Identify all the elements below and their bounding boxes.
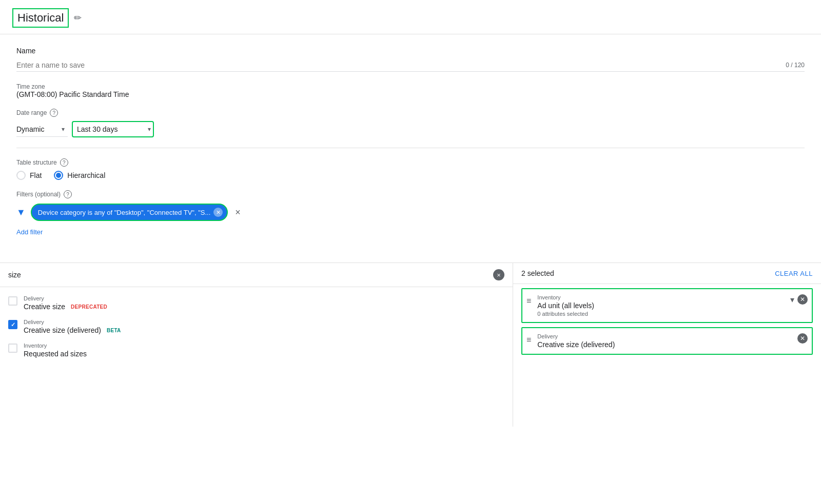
clear-all-button[interactable]: CLEAR ALL xyxy=(775,270,813,277)
dim-name-3: Requested ad sizes xyxy=(24,350,87,358)
char-count: 0 / 120 xyxy=(786,62,805,69)
list-item: Inventory Requested ad sizes xyxy=(8,338,504,362)
list-item: ✓ Delivery Creative size (delivered) BET… xyxy=(8,315,504,338)
hierarchical-radio-label: Hierarchical xyxy=(67,171,105,179)
table-structure-label: Table structure xyxy=(16,159,57,166)
date-range-section: Date range ? Dynamic Fixed ▾ Last 30 day… xyxy=(16,109,805,137)
list-item: Delivery Creative size DEPRECATED xyxy=(8,291,504,315)
selected-item-category-2: Delivery xyxy=(537,333,791,339)
dynamic-select-wrapper: Dynamic Fixed ▾ xyxy=(16,122,68,137)
page-container: Historical ✏ Name 0 / 120 Time zone (GMT… xyxy=(0,0,821,504)
dim-item-text-2: Delivery Creative size (delivered) BETA xyxy=(24,319,124,334)
selected-item-info-2: Delivery Creative size (delivered) xyxy=(537,333,791,349)
selected-count: 2 selected xyxy=(521,269,554,277)
name-label: Name xyxy=(16,47,805,55)
date-range-label-row: Date range ? xyxy=(16,109,805,117)
filters-label: Filters (optional) xyxy=(16,191,61,198)
divider-1 xyxy=(16,148,805,148)
dim-item-text-3: Inventory Requested ad sizes xyxy=(24,342,87,358)
selected-item-info-1: Inventory Ad unit (all levels) 0 attribu… xyxy=(537,294,784,317)
left-panel-clear-icon[interactable]: × xyxy=(493,269,504,280)
hierarchical-radio-outer xyxy=(54,171,63,180)
filters-label-row: Filters (optional) ? xyxy=(16,190,805,198)
page-title: Historical xyxy=(12,8,69,28)
left-panel-list: Delivery Creative size DEPRECATED ✓ xyxy=(0,287,513,427)
table-structure-radio-group: Flat Hierarchical xyxy=(16,171,805,180)
left-panel-search-label: size xyxy=(8,271,21,279)
left-panel-items: Delivery Creative size DEPRECATED ✓ xyxy=(0,287,513,427)
name-input[interactable] xyxy=(16,61,777,69)
left-panel-header: size × xyxy=(0,263,513,287)
beta-badge: BETA xyxy=(104,327,124,334)
flat-radio-outer xyxy=(16,171,26,180)
filter-delete-button[interactable]: × xyxy=(233,205,243,220)
timezone-label: Time zone xyxy=(16,83,45,90)
selected-item-actions-2: ✕ xyxy=(797,333,808,344)
flat-radio-option[interactable]: Flat xyxy=(16,171,42,180)
timezone-value: (GMT-08:00) Pacific Standard Time xyxy=(16,90,805,98)
hierarchical-radio-option[interactable]: Hierarchical xyxy=(54,171,105,180)
checkbox-creative-size-delivered[interactable]: ✓ xyxy=(8,320,17,329)
checkbox-requested-ad-sizes[interactable] xyxy=(8,344,17,353)
dim-category-2: Delivery xyxy=(24,319,124,325)
dynamic-select[interactable]: Dynamic Fixed xyxy=(16,122,68,137)
name-field-group: Name 0 / 120 xyxy=(16,47,805,72)
date-option-select[interactable]: Last 30 days Last 7 days Last 14 days La… xyxy=(72,121,154,137)
date-range-label: Date range xyxy=(16,109,47,116)
selected-item-creative-size: ≡ Delivery Creative size (delivered) ✕ xyxy=(521,327,813,355)
checkbox-creative-size[interactable] xyxy=(8,296,17,306)
hierarchical-radio-inner xyxy=(56,173,61,178)
dim-item-text-1: Delivery Creative size DEPRECATED xyxy=(24,295,110,311)
remove-ad-unit-button[interactable]: ✕ xyxy=(797,294,808,305)
checkmark-icon: ✓ xyxy=(11,321,15,328)
filters-section: Filters (optional) ? ▼ Device category i… xyxy=(16,190,805,238)
chevron-down-icon[interactable]: ▾ xyxy=(790,295,794,305)
date-range-help-icon[interactable]: ? xyxy=(50,109,58,117)
timezone-field-group: Time zone (GMT-08:00) Pacific Standard T… xyxy=(16,82,805,98)
filter-chip[interactable]: Device category is any of "Desktop", "Co… xyxy=(31,204,228,221)
dim-name-2: Creative size (delivered) BETA xyxy=(24,326,124,334)
selected-item-name-2: Creative size (delivered) xyxy=(537,340,791,349)
right-panel-header: 2 selected CLEAR ALL xyxy=(513,263,821,284)
date-range-selects: Dynamic Fixed ▾ Last 30 days Last 7 days… xyxy=(16,121,805,137)
right-panel: 2 selected CLEAR ALL ≡ Inventory Ad unit… xyxy=(513,263,821,427)
filter-row: ▼ Device category is any of "Desktop", "… xyxy=(16,204,805,221)
header: Historical ✏ xyxy=(0,0,821,34)
date-option-select-wrapper: Last 30 days Last 7 days Last 14 days La… xyxy=(72,121,154,137)
dim-name-1: Creative size DEPRECATED xyxy=(24,303,110,311)
left-panel: size × Delivery Creative size DEPRECATED xyxy=(0,263,513,427)
deprecated-badge: DEPRECATED xyxy=(68,304,110,310)
right-panel-items: ≡ Inventory Ad unit (all levels) 0 attri… xyxy=(513,284,821,359)
selected-item-name-1: Ad unit (all levels) xyxy=(537,301,784,310)
drag-handle-icon: ≡ xyxy=(526,294,531,306)
filters-help-icon[interactable]: ? xyxy=(64,190,72,198)
selected-item-ad-unit: ≡ Inventory Ad unit (all levels) 0 attri… xyxy=(521,288,813,323)
drag-handle-icon-2: ≡ xyxy=(526,333,531,345)
bottom-section: size × Delivery Creative size DEPRECATED xyxy=(0,263,821,427)
selected-item-sub-1: 0 attributes selected xyxy=(537,311,784,317)
form-area: Name 0 / 120 Time zone (GMT-08:00) Pacif… xyxy=(0,34,821,263)
add-filter-button[interactable]: Add filter xyxy=(16,226,43,238)
table-structure-section: Table structure ? Flat Hierarchical xyxy=(16,158,805,180)
dim-category-1: Delivery xyxy=(24,295,110,301)
edit-icon[interactable]: ✏ xyxy=(74,12,82,24)
selected-item-category-1: Inventory xyxy=(537,294,784,300)
remove-creative-size-button[interactable]: ✕ xyxy=(797,333,808,344)
filter-chip-close-icon[interactable]: ✕ xyxy=(213,208,223,217)
table-structure-help-icon[interactable]: ? xyxy=(60,158,68,167)
filter-chip-text: Device category is any of "Desktop", "Co… xyxy=(38,209,210,216)
table-structure-label-row: Table structure ? xyxy=(16,158,805,167)
name-input-row: 0 / 120 xyxy=(16,61,805,72)
flat-radio-label: Flat xyxy=(30,171,42,179)
selected-item-actions-1: ▾ ✕ xyxy=(790,294,808,305)
filter-funnel-icon: ▼ xyxy=(16,207,26,218)
dim-category-3: Inventory xyxy=(24,342,87,349)
add-filter-label: Add filter xyxy=(16,228,43,236)
